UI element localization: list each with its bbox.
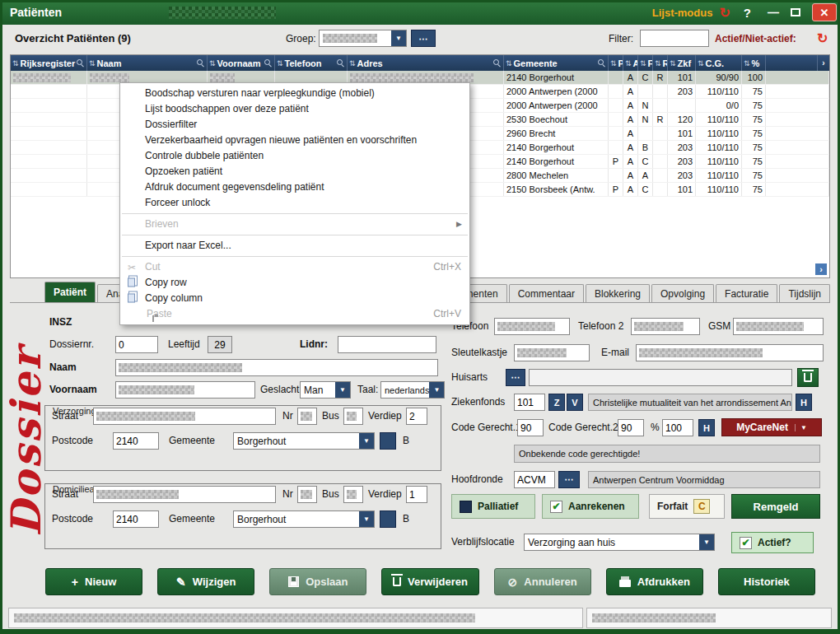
gemeente-dropdown[interactable]: Borgerhout ▼: [233, 432, 375, 450]
column-header-telefoon[interactable]: ⇅ Telefoon: [275, 55, 348, 71]
gemeente-lookup-button[interactable]: [380, 510, 396, 528]
huisarts-input[interactable]: [529, 369, 792, 386]
filter-input[interactable]: [640, 30, 709, 47]
tab-blokkering[interactable]: Blokkering: [586, 284, 650, 302]
gsm-input[interactable]: [733, 318, 824, 335]
naam-input[interactable]: [115, 359, 438, 376]
hoofdronde-lookup-button[interactable]: ⋯: [558, 471, 580, 488]
menu-item[interactable]: Opzoeken patiënt: [120, 164, 469, 179]
code-gerecht1-input[interactable]: [517, 419, 544, 436]
menu-item[interactable]: Controle dubbele patiënten: [120, 148, 469, 164]
menu-item[interactable]: Dossierfilter: [120, 117, 469, 133]
column-header-gemeente[interactable]: ⇅ Gemeente: [504, 55, 609, 71]
search-icon[interactable]: [77, 59, 85, 68]
group-dropdown[interactable]: ▼: [319, 30, 407, 47]
active-refresh-icon[interactable]: ↻: [817, 30, 828, 48]
close-button[interactable]: ✕: [812, 3, 837, 21]
geslacht-dropdown[interactable]: Man ▼: [300, 381, 351, 399]
ziekenfonds-h-button[interactable]: H: [796, 394, 812, 411]
menu-item[interactable]: Afdruk document gegevensdeling patiënt: [120, 179, 469, 195]
actief-checkbox[interactable]: ✔: [740, 537, 752, 549]
email-input[interactable]: [636, 344, 824, 361]
percent-h-button[interactable]: H: [698, 419, 715, 436]
menu-item-copy-column[interactable]: Copy column: [120, 291, 469, 306]
minimize-button[interactable]: —: [768, 6, 779, 19]
afdrukken-button[interactable]: Afdrukken: [606, 568, 703, 595]
tab-commentaar[interactable]: Commentaar: [509, 284, 584, 302]
column-header-pct[interactable]: ⇅ %: [742, 55, 766, 71]
menu-item[interactable]: Verzekerbaarheid opvragen nieuwe patiënt…: [120, 133, 469, 148]
column-header-cg[interactable]: ⇅ C.G.: [696, 55, 742, 71]
dossiernr-input[interactable]: [115, 336, 158, 353]
annuleren-button[interactable]: ⊘ Annuleren: [494, 568, 591, 595]
forfait-button[interactable]: Forfait C: [649, 494, 725, 519]
nieuw-button[interactable]: + Nieuw: [45, 568, 142, 595]
tab-opvolging[interactable]: Opvolging: [651, 284, 714, 302]
ziekenfonds-z-button[interactable]: Z: [548, 394, 565, 411]
group-ellipsis-button[interactable]: ⋯: [411, 30, 436, 47]
verdiep-input[interactable]: [406, 408, 427, 425]
lidnr-input[interactable]: [338, 336, 436, 353]
menu-item-export-excel[interactable]: Export naar Excel...: [120, 238, 469, 254]
maximize-icon[interactable]: [791, 8, 800, 16]
help-button[interactable]: ?: [744, 6, 751, 20]
actief-toggle[interactable]: ✔ Actief?: [731, 532, 814, 553]
chevron-down-icon[interactable]: ▼: [335, 382, 350, 398]
gemeente-dropdown[interactable]: Borgerhout ▼: [233, 510, 375, 528]
chevron-down-icon[interactable]: ▼: [699, 534, 714, 550]
column-header-p[interactable]: ⇅ P: [609, 55, 623, 71]
hscroll-right-button[interactable]: ›: [815, 263, 827, 275]
bus-input[interactable]: [343, 486, 363, 503]
list-mode-label[interactable]: Lijst-modus: [652, 7, 713, 19]
column-header-voornaam[interactable]: ⇅ Voornaam: [208, 55, 275, 71]
column-header-adres[interactable]: ⇅ Adres: [348, 55, 504, 71]
verwijderen-button[interactable]: Verwijderen: [381, 568, 478, 595]
mycarenet-button[interactable]: MyCareNet ▼: [721, 418, 822, 436]
menu-item-copy-row[interactable]: Copy row: [120, 275, 469, 291]
wijzigen-button[interactable]: ✎ Wijzigen: [157, 568, 254, 595]
column-header-r[interactable]: ⇅ R: [653, 55, 668, 71]
column-header-zkf[interactable]: ⇅ Zkf: [668, 55, 696, 71]
search-icon[interactable]: [598, 59, 606, 68]
huisarts-lookup-button[interactable]: ⋯: [506, 369, 525, 386]
verblijfslocatie-dropdown[interactable]: Verzorging aan huis ▼: [524, 534, 715, 551]
straat-input[interactable]: [93, 486, 276, 503]
menu-item[interactable]: Boodschap versturen naar verpleegkundige…: [120, 86, 469, 101]
column-header-naam[interactable]: ⇅ Naam: [87, 55, 208, 71]
tab-patient[interactable]: Patiënt: [44, 282, 96, 302]
refresh-icon[interactable]: ↻: [719, 5, 730, 21]
column-header-a[interactable]: ⇅ A: [623, 55, 638, 71]
menu-item[interactable]: Lijst boodschappen over deze patiënt: [120, 101, 469, 117]
aanrekenen-toggle[interactable]: ✔ Aanrekenen: [542, 494, 639, 519]
huisarts-delete-button[interactable]: [797, 368, 819, 387]
palliatief-toggle[interactable]: Palliatief: [451, 494, 535, 519]
verdiep-input[interactable]: [406, 486, 427, 503]
voornaam-input[interactable]: [115, 381, 255, 399]
tab-facturatie[interactable]: Facturatie: [716, 284, 777, 302]
ziekenfonds-input[interactable]: [514, 394, 545, 411]
taal-dropdown[interactable]: nederlands ▼: [380, 381, 445, 399]
sleutelkastje-input[interactable]: [514, 344, 590, 361]
chevron-down-icon[interactable]: ▼: [359, 433, 374, 449]
chevron-down-icon[interactable]: ▼: [429, 382, 444, 398]
opslaan-button[interactable]: Opslaan: [269, 568, 366, 595]
column-header-f[interactable]: ⇅ F: [638, 55, 653, 71]
hoofdronde-input[interactable]: [514, 471, 555, 488]
search-icon[interactable]: [264, 59, 273, 68]
menu-item-cut[interactable]: ✂ Cut Ctrl+X: [120, 259, 469, 275]
postcode-input[interactable]: [113, 510, 159, 528]
code-gerecht2-input[interactable]: [618, 419, 644, 436]
postcode-input[interactable]: [113, 432, 159, 450]
nr-input[interactable]: [297, 408, 317, 425]
remgeld-button[interactable]: Remgeld: [731, 494, 820, 519]
nr-input[interactable]: [297, 486, 317, 503]
menu-item-brieven[interactable]: Brieven ▶: [120, 217, 469, 232]
bus-input[interactable]: [343, 408, 363, 425]
palliatief-checkbox[interactable]: [460, 501, 472, 513]
percent-input[interactable]: [662, 419, 693, 436]
search-icon[interactable]: [493, 59, 502, 68]
column-scroll-right-button[interactable]: ›: [818, 55, 829, 71]
chevron-down-icon[interactable]: ▼: [391, 30, 406, 46]
ziekenfonds-v-button[interactable]: V: [567, 394, 583, 411]
menu-item[interactable]: Forceer unlock: [120, 195, 469, 211]
